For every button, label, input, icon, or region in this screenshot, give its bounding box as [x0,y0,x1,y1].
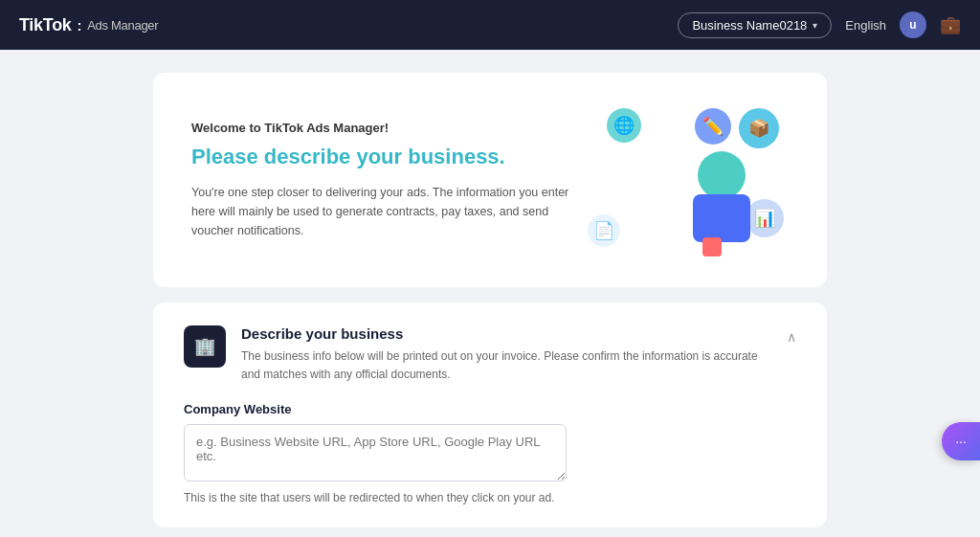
company-website-label: Company Website [184,402,796,416]
language-label: English [845,18,886,33]
brand-separator: : [78,17,82,34]
describe-section-header: 🏢 Describe your business The business in… [184,325,796,383]
welcome-card: Welcome to TikTok Ads Manager! Please de… [153,73,827,287]
describe-section: 🏢 Describe your business The business in… [153,302,827,527]
char-head [698,151,746,199]
brand-logo: TikTok : Ads Manager [19,15,158,35]
product-name: Ads Manager [87,18,158,33]
briefcase-icon[interactable]: 💼 [940,14,961,35]
float-icon-3: 🌐 [607,108,641,143]
character-illustration [683,151,760,257]
welcome-illustration: 📦 ✏️ 🌐 📊 📄 [578,103,789,257]
avatar-initial: u [909,18,916,32]
welcome-heading: Please describe your business. [191,145,574,169]
describe-section-icon: 🏢 [184,325,226,368]
chat-icon: ··· [955,434,967,449]
chat-bubble[interactable]: ··· [942,422,980,460]
business-name: Business Name0218 [692,18,807,33]
float-icon-1: 📦 [739,108,779,148]
chevron-down-icon: ▾ [813,20,817,31]
welcome-text: Welcome to TikTok Ads Manager! Please de… [191,121,574,240]
describe-title: Describe your business [241,325,777,342]
char-torso [693,194,750,242]
navbar: TikTok : Ads Manager Business Name0218 ▾… [0,0,980,50]
welcome-top-label: Welcome to TikTok Ads Manager! [191,121,574,135]
navbar-right: Business Name0218 ▾ English u 💼 [678,11,961,38]
building-icon: 🏢 [194,336,215,357]
char-legs [702,237,722,257]
float-icon-5: 📄 [588,214,620,247]
chevron-up-icon[interactable]: ∧ [787,329,796,345]
tiktok-wordmark: TikTok [19,15,72,35]
describe-header-left: 🏢 Describe your business The business in… [184,325,777,383]
business-selector[interactable]: Business Name0218 ▾ [678,12,832,38]
describe-title-group: Describe your business The business info… [241,325,777,383]
company-website-field: Company Website This is the site that us… [184,402,796,504]
main-content: Welcome to TikTok Ads Manager! Please de… [0,50,980,537]
float-icon-2: ✏️ [695,108,731,145]
welcome-description: You're one step closer to delivering you… [191,183,574,240]
company-website-input[interactable] [184,424,567,481]
describe-desc: The business info below will be printed … [241,347,777,383]
avatar[interactable]: u [900,11,926,38]
company-website-hint: This is the site that users will be redi… [184,491,796,504]
